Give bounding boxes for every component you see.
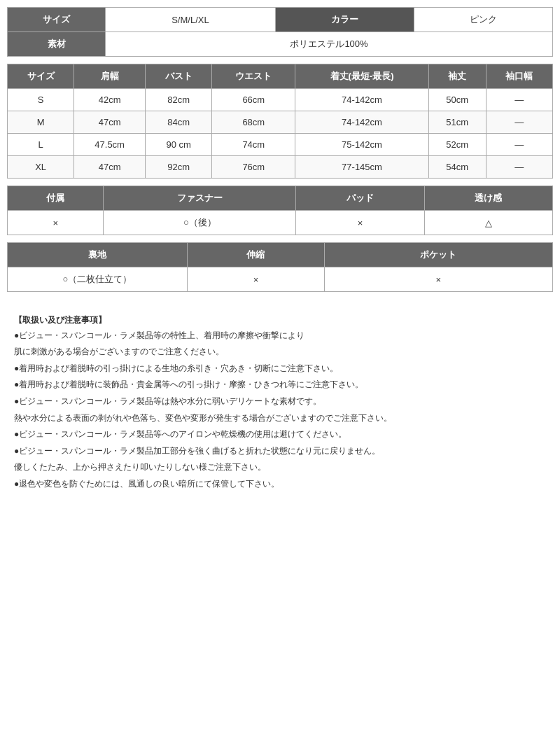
note-item: ●着用時および着脱時に装飾品・貴金属等への引っ掛け・摩擦・ひきつれ等にご注意下さ… — [14, 377, 546, 393]
features-table-1: 付属ファスナーパッド透け感 ×○（後）×△ — [7, 186, 553, 235]
size-cell: 47cm — [74, 156, 146, 179]
note-item: ●退色や変色を防ぐためには、風通しの良い暗所にて保管して下さい。 — [14, 477, 546, 492]
size-col-header: 袖口幅 — [486, 64, 552, 89]
feature-value: △ — [424, 211, 552, 235]
material-label: 素材 — [8, 32, 106, 57]
size-cell: L — [8, 134, 74, 156]
feature-value-2: × — [188, 267, 325, 292]
size-col-header: ウエスト — [212, 64, 295, 89]
size-cell: M — [8, 111, 74, 134]
note-item: 熱や水分による表面の剥がれや色落ち、変色や変形が発生する場合がございますのでご注… — [14, 411, 546, 426]
size-cell: 75-142cm — [295, 134, 428, 156]
size-spec-table: サイズ肩幅バストウエスト着丈(最短-最長)袖丈袖口幅 S42cm82cm66cm… — [7, 64, 553, 179]
size-cell: 50cm — [428, 89, 486, 111]
size-cell: ― — [486, 156, 552, 179]
size-row: L47.5cm90 cm74cm75-142cm52cm― — [8, 134, 553, 156]
note-item: ●ビジュー・スパンコール・ラメ製品加工部分を強く曲げると折れた状態になり元に戻り… — [14, 444, 546, 459]
size-cell: ― — [486, 111, 552, 134]
note-item: ●ビジュー・スパンコール・ラメ製品等は熱や水分に弱いデリケートな素材です。 — [14, 394, 546, 410]
size-cell: 54cm — [428, 156, 486, 179]
material-value: ポリエステル100% — [106, 32, 553, 57]
feature-header-2: 伸縮 — [188, 243, 325, 267]
feature-header: パッド — [296, 186, 424, 211]
size-cell: 82cm — [146, 89, 212, 111]
size-cell: 74-142cm — [295, 89, 428, 111]
size-cell: 66cm — [212, 89, 295, 111]
size-row: M47cm84cm68cm74-142cm51cm― — [8, 111, 553, 134]
size-col-header: 肩幅 — [74, 64, 146, 89]
size-cell: S — [8, 89, 74, 111]
size-cell: 76cm — [212, 156, 295, 179]
size-value: S/M/L/XL — [106, 8, 276, 32]
size-cell: XL — [8, 156, 74, 179]
size-label: サイズ — [8, 8, 106, 32]
color-value: ピンク — [414, 8, 552, 32]
size-col-header: 着丈(最短-最長) — [295, 64, 428, 89]
features-table-2: 裏地伸縮ポケット ○（二枚仕立て）×× — [7, 242, 553, 292]
size-col-header: サイズ — [8, 64, 74, 89]
notes-title: 【取扱い及び注意事項】 — [14, 315, 106, 325]
note-item: 優しくたたみ、上から押さえたり叩いたりしない様ご注意下さい。 — [14, 460, 546, 475]
size-cell: 84cm — [146, 111, 212, 134]
note-item: ●着用時および着脱時の引っ掛けによる生地の糸引き・穴あき・切断にご注意下さい。 — [14, 361, 546, 377]
size-cell: 92cm — [146, 156, 212, 179]
size-cell: ― — [486, 134, 552, 156]
feature-value-2: × — [324, 267, 552, 292]
notes-section: 【取扱い及び注意事項】 ●ビジュー・スパンコール・ラメ製品等の特性上、着用時の摩… — [7, 306, 553, 501]
feature-header-2: 裏地 — [8, 243, 188, 267]
feature-header: 付属 — [8, 186, 104, 211]
size-cell: 77-145cm — [295, 156, 428, 179]
size-cell: ― — [486, 89, 552, 111]
feature-header: 透け感 — [424, 186, 552, 211]
size-col-header: 袖丈 — [428, 64, 486, 89]
size-cell: 47cm — [74, 111, 146, 134]
note-item: 肌に刺激がある場合がございますのでご注意ください。 — [14, 344, 546, 360]
size-cell: 74cm — [212, 134, 295, 156]
size-cell: 47.5cm — [74, 134, 146, 156]
size-row: XL47cm92cm76cm77-145cm54cm― — [8, 156, 553, 179]
size-cell: 74-142cm — [295, 111, 428, 134]
top-info-table: サイズ S/M/L/XL カラー ピンク 素材 ポリエステル100% — [7, 7, 553, 57]
size-cell: 51cm — [428, 111, 486, 134]
note-item: ●ビジュー・スパンコール・ラメ製品等の特性上、着用時の摩擦や衝撃により — [14, 328, 546, 344]
feature-header: ファスナー — [104, 186, 296, 211]
size-row: S42cm82cm66cm74-142cm50cm― — [8, 89, 553, 111]
feature-value-2: ○（二枚仕立て） — [8, 267, 188, 292]
size-cell: 52cm — [428, 134, 486, 156]
feature-value: ○（後） — [104, 211, 296, 235]
size-cell: 42cm — [74, 89, 146, 111]
feature-value: × — [8, 211, 104, 235]
feature-value: × — [296, 211, 424, 235]
size-cell: 68cm — [212, 111, 295, 134]
size-col-header: バスト — [146, 64, 212, 89]
feature-header-2: ポケット — [324, 243, 552, 267]
note-item: ●ビジュー・スパンコール・ラメ製品等へのアイロンや乾燥機の使用は避けてください。 — [14, 427, 546, 442]
color-label: カラー — [275, 8, 414, 32]
size-cell: 90 cm — [146, 134, 212, 156]
